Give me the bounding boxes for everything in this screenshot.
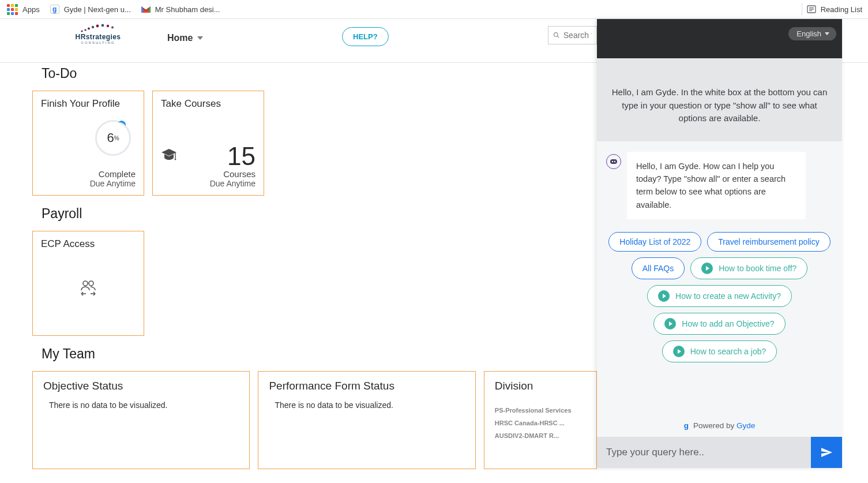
powered-by-row: g Powered by Gyde (597, 415, 842, 437)
take-courses-title: Take Courses (161, 98, 255, 110)
logo-dots-icon (80, 24, 117, 33)
svg-point-24 (612, 160, 613, 162)
chip-search-job[interactable]: How to search a job? (662, 340, 777, 362)
ecp-access-card[interactable]: ECP Access (32, 231, 144, 336)
profile-percent-number: 6 (107, 130, 114, 145)
play-icon (701, 263, 713, 274)
svg-point-16 (83, 281, 88, 286)
search-box[interactable] (548, 26, 597, 44)
division-legend-item: HRSC Canada-HRSC ... (495, 417, 572, 429)
chip-add-objective[interactable]: How to add an Objective? (653, 313, 785, 335)
objective-status-title: Objective Status (43, 380, 239, 392)
bookmarks-left: Apps g Gyde | Next-gen u... Mr Shubham d… (7, 4, 220, 15)
chevron-down-icon (197, 36, 203, 40)
gmail-bookmark-label: Mr Shubham desi... (155, 5, 220, 14)
course-count: 15 (161, 144, 255, 169)
performance-form-card[interactable]: Performance Form Status There is no data… (258, 371, 475, 469)
help-button[interactable]: HELP? (342, 27, 389, 46)
division-card[interactable]: Division PS-Professional Services HRSC C… (484, 371, 597, 469)
courses-card-body: 15 Courses Due Anytime (161, 144, 255, 188)
chip-create-activity[interactable]: How to create a new Activity? (647, 285, 792, 307)
myteam-cards-row: Objective Status There is no data to be … (42, 371, 597, 469)
gyde-query-input[interactable] (597, 437, 811, 468)
gyde-bookmark[interactable]: g Gyde | Next-gen u... (50, 5, 131, 14)
svg-point-8 (96, 25, 99, 28)
division-legend-item: AUSDIV2-DMART R... (495, 429, 572, 442)
chip-label: How to search a job? (690, 347, 766, 356)
send-button[interactable] (811, 437, 842, 468)
language-selector[interactable]: English (788, 27, 836, 40)
payroll-cards-row: ECP Access (42, 231, 597, 336)
hrstrategies-logo[interactable]: HRstrategies CONSULTING (75, 24, 121, 47)
division-title: Division (495, 380, 586, 392)
chevron-down-icon (825, 32, 829, 35)
home-label: Home (167, 33, 193, 43)
svg-point-4 (81, 30, 82, 32)
svg-point-6 (88, 28, 90, 30)
powered-by-link[interactable]: Gyde (737, 421, 755, 430)
search-input[interactable] (563, 31, 592, 40)
todo-cards-row: Finish Your Profile 6% Complete Due Anyt… (42, 91, 597, 196)
chip-holiday-list[interactable]: Holiday List of 2022 (608, 232, 701, 252)
objective-status-card[interactable]: Objective Status There is no data to be … (32, 371, 250, 469)
chip-label: Holiday List of 2022 (619, 237, 690, 246)
svg-rect-23 (610, 159, 617, 164)
chip-book-time-off[interactable]: How to book time off? (690, 257, 807, 279)
reading-list-icon (807, 5, 816, 14)
profile-card-body: Complete Due Anytime (41, 169, 136, 188)
play-icon (664, 318, 676, 330)
svg-point-7 (92, 26, 94, 28)
course-due-label: Due Anytime (161, 179, 255, 188)
chip-label: How to create a new Activity? (675, 291, 781, 301)
apps-label: Apps (22, 5, 40, 14)
chip-label: All FAQs (642, 264, 674, 273)
gyde-input-row (597, 437, 842, 468)
chip-all-faqs[interactable]: All FAQs (632, 257, 685, 279)
search-icon (553, 31, 560, 40)
performance-form-title: Performance Form Status (269, 380, 464, 392)
reading-list-label: Reading List (821, 5, 862, 14)
svg-point-5 (84, 29, 87, 31)
svg-point-12 (554, 33, 558, 37)
svg-point-9 (102, 24, 104, 27)
bookmarks-right: Reading List (802, 3, 862, 16)
gyde-header: English (597, 19, 842, 58)
take-courses-card[interactable]: Take Courses 15 Courses Due Anytime (152, 91, 264, 196)
gmail-bookmark[interactable]: Mr Shubham desi... (141, 5, 220, 14)
svg-point-25 (614, 160, 615, 162)
apps-bookmark[interactable]: Apps (7, 4, 40, 15)
finish-profile-card[interactable]: Finish Your Profile 6% Complete Due Anyt… (32, 91, 144, 196)
profile-progress-ring: 6% (95, 120, 131, 156)
ecp-access-title: ECP Access (41, 238, 136, 250)
bot-avatar-icon (606, 154, 621, 169)
payroll-section-title: Payroll (42, 206, 597, 222)
chip-label: Travel reimbursement policy (718, 237, 819, 246)
reading-list[interactable]: Reading List (807, 5, 862, 14)
performance-no-data: There is no data to be visualized. (275, 400, 464, 410)
gyde-chat-area: Hello, I am Gyde. How can I help you tod… (597, 141, 842, 416)
chip-label: How to add an Objective? (682, 319, 774, 328)
powered-by-text: Powered by (693, 421, 737, 430)
chip-travel-policy[interactable]: Travel reimbursement policy (707, 232, 830, 252)
suggestion-chips: Holiday List of 2022 Travel reimbursemen… (606, 232, 833, 362)
gmail-icon (141, 5, 151, 14)
apps-grid-icon (7, 4, 18, 15)
profile-complete-label: Complete (41, 169, 136, 179)
objective-no-data: There is no data to be visualized. (49, 400, 239, 410)
home-nav[interactable]: Home (167, 33, 203, 43)
chip-label: How to book time off? (719, 264, 796, 273)
course-label: Courses (161, 169, 255, 179)
gyde-intro-text: Hello, I am Gyde. In the white box at th… (597, 58, 842, 141)
gyde-panel: English Hello, I am Gyde. In the white b… (597, 19, 842, 468)
divider (802, 3, 802, 16)
gyde-mini-icon: g (684, 421, 689, 430)
division-legend-item: PS-Professional Services (495, 404, 572, 417)
division-legend: PS-Professional Services HRSC Canada-HRS… (495, 404, 572, 442)
svg-point-10 (107, 25, 109, 27)
main-content: To-Do Finish Your Profile 6% Complete Du… (0, 63, 597, 483)
play-icon (673, 346, 685, 357)
profile-percent-sign: % (114, 135, 119, 141)
svg-point-17 (89, 281, 93, 286)
people-transfer-icon (78, 279, 98, 298)
logo-text: HRstrategies (76, 33, 121, 41)
